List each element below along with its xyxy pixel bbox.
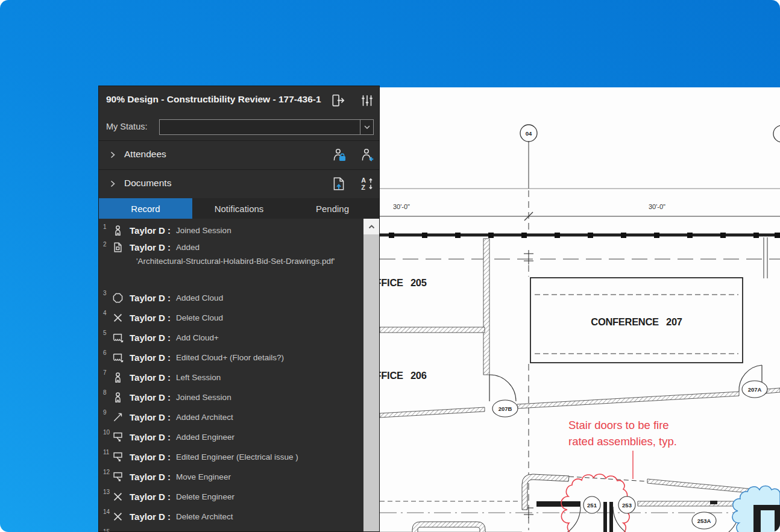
record-row[interactable]: 12 Taylor D : Move Engineer bbox=[99, 467, 363, 487]
record-number: 7 bbox=[103, 368, 112, 376]
record-row[interactable]: 10 Taylor D : Added Engineer bbox=[99, 427, 363, 447]
studio-session-panel: 90% Design - Constructibility Review - 1… bbox=[98, 86, 380, 532]
record-row[interactable]: 8 Taylor D : Joined Session bbox=[99, 387, 363, 407]
cloud-plus-icon bbox=[112, 332, 125, 343]
record-row[interactable]: 11 Taylor D : Edited Engineer (Electrica… bbox=[99, 447, 363, 467]
sort-az-icon[interactable]: A Z bbox=[359, 176, 375, 192]
documents-section[interactable]: Documents A Z bbox=[99, 169, 379, 198]
record-user: Taylor D : bbox=[130, 372, 171, 383]
session-title: 90% Design - Constructibility Review - 1… bbox=[106, 94, 330, 105]
tab-record[interactable]: Record bbox=[99, 198, 192, 219]
panel-tabs: Record Notifications Pending bbox=[99, 198, 379, 219]
floor-plan-canvas[interactable]: 04 30'-0" 30'-0" bbox=[380, 87, 780, 532]
record-action: Delete Engineer bbox=[176, 492, 234, 501]
callout-icon bbox=[112, 431, 125, 443]
person-icon bbox=[112, 225, 125, 236]
record-row[interactable]: 7 Taylor D : Left Session bbox=[99, 368, 363, 387]
red-note-line2[interactable]: rated assemblies, typ. bbox=[568, 435, 677, 448]
record-action: Edited Cloud+ (Floor details?) bbox=[176, 353, 284, 362]
session-settings-icon[interactable] bbox=[359, 93, 375, 108]
attendees-section[interactable]: Attendees bbox=[99, 140, 379, 169]
record-row[interactable]: 5 Taylor D : Add Cloud+ bbox=[99, 328, 363, 348]
record-number: 5 bbox=[103, 328, 112, 336]
record-user: Taylor D : bbox=[130, 293, 171, 303]
record-user: Taylor D : bbox=[130, 352, 171, 363]
document-icon bbox=[112, 242, 125, 253]
dimension-left: 30'-0" bbox=[393, 203, 410, 210]
svg-text:253A: 253A bbox=[697, 518, 711, 524]
record-number: 3 bbox=[103, 288, 112, 296]
my-status-label: My Status: bbox=[106, 122, 148, 131]
grid-bubble-label: 04 bbox=[526, 130, 532, 137]
my-status-row: My Status: bbox=[99, 114, 379, 140]
person-icon bbox=[112, 392, 125, 403]
record-row[interactable]: 4 Taylor D : Delete Cloud bbox=[99, 308, 363, 328]
add-attendee-icon[interactable] bbox=[359, 147, 375, 163]
record-action: Delete Architect bbox=[176, 512, 233, 521]
red-note-line1[interactable]: Stair doors to be fire bbox=[568, 419, 669, 431]
record-row[interactable]: 2 Taylor D : Added 'Architectural-Struct… bbox=[99, 239, 363, 288]
app-window: 04 30'-0" 30'-0" bbox=[0, 0, 780, 532]
record-action: Joined Session bbox=[176, 393, 231, 402]
record-user: Taylor D : bbox=[130, 333, 171, 343]
record-row[interactable]: 14 Taylor D : Delete Architect bbox=[99, 507, 363, 527]
room-label-office-206: OFFICE 206 bbox=[380, 370, 427, 381]
record-user: Taylor D : bbox=[130, 412, 171, 422]
delete-x-icon bbox=[112, 312, 125, 324]
top-wall bbox=[380, 234, 780, 237]
drawing-background bbox=[380, 87, 780, 532]
svg-text:Z: Z bbox=[361, 184, 365, 191]
record-row[interactable]: 13 Taylor D : Delete Engineer bbox=[99, 487, 363, 507]
scroll-up-button[interactable] bbox=[363, 219, 379, 234]
cloud-icon bbox=[112, 292, 125, 304]
record-action: Added Engineer bbox=[176, 433, 234, 442]
record-action: Added Cloud bbox=[176, 293, 223, 302]
attendees-label: Attendees bbox=[124, 149, 166, 160]
record-row[interactable]: 3 Taylor D : Added Cloud bbox=[99, 288, 363, 308]
panel-header: 90% Design - Constructibility Review - 1… bbox=[99, 86, 379, 114]
tab-notifications[interactable]: Notifications bbox=[192, 198, 286, 219]
cloud-plus-icon bbox=[112, 352, 125, 363]
record-action: Add Cloud+ bbox=[176, 333, 219, 342]
record-number: 11 bbox=[103, 447, 112, 455]
my-status-dropdown[interactable] bbox=[159, 119, 374, 135]
record-number: 13 bbox=[103, 487, 112, 495]
chevron-right-icon[interactable] bbox=[109, 151, 117, 159]
vertical-wall bbox=[483, 239, 489, 375]
attendee-access-lock-icon[interactable] bbox=[331, 147, 347, 163]
room-label-conference-207: CONFERENCE 207 bbox=[591, 316, 682, 327]
record-detail: 'Architectural-Structural-Holabird-Bid-S… bbox=[136, 255, 363, 268]
record-user: Taylor D : bbox=[130, 392, 171, 402]
dimension-right: 30'-0" bbox=[649, 203, 665, 210]
record-number: 14 bbox=[103, 507, 112, 515]
add-document-icon[interactable] bbox=[331, 176, 347, 192]
record-user: Taylor D : bbox=[130, 492, 171, 502]
record-action: Move Engineer bbox=[176, 472, 231, 481]
slanted-wall-c bbox=[766, 388, 780, 393]
callout-icon bbox=[112, 451, 125, 463]
record-row[interactable]: 6 Taylor D : Edited Cloud+ (Floor detail… bbox=[99, 348, 363, 368]
arrow-annotation-icon bbox=[112, 412, 125, 423]
record-row[interactable]: 9 Taylor D : Added Architect bbox=[99, 407, 363, 427]
svg-text:251: 251 bbox=[587, 502, 597, 509]
leave-session-icon[interactable] bbox=[330, 93, 346, 108]
record-number: 4 bbox=[103, 308, 112, 316]
record-number: 8 bbox=[103, 387, 112, 396]
record-action: Edited Engineer (Electrical issue ) bbox=[176, 452, 298, 462]
record-user: Taylor D : bbox=[130, 472, 171, 482]
svg-text:207A: 207A bbox=[748, 386, 762, 393]
record-row[interactable]: 1 Taylor D : Joined Session bbox=[99, 222, 363, 239]
person-icon bbox=[112, 372, 125, 383]
delete-x-icon bbox=[112, 511, 125, 522]
room-label-office-205: OFFICE 205 bbox=[380, 277, 427, 288]
chevron-down-icon[interactable] bbox=[360, 120, 373, 134]
chevron-right-icon[interactable] bbox=[109, 180, 117, 188]
list-scrollbar[interactable] bbox=[363, 219, 379, 531]
svg-text:253: 253 bbox=[622, 502, 632, 509]
documents-label: Documents bbox=[124, 178, 171, 189]
document-icon bbox=[112, 531, 125, 531]
record-action: Added bbox=[176, 243, 200, 252]
record-row[interactable]: 15 Taylor D : Added 'Chicago Office Veri… bbox=[99, 527, 363, 531]
tab-pending[interactable]: Pending bbox=[286, 198, 379, 219]
record-user: Taylor D : bbox=[130, 452, 171, 462]
